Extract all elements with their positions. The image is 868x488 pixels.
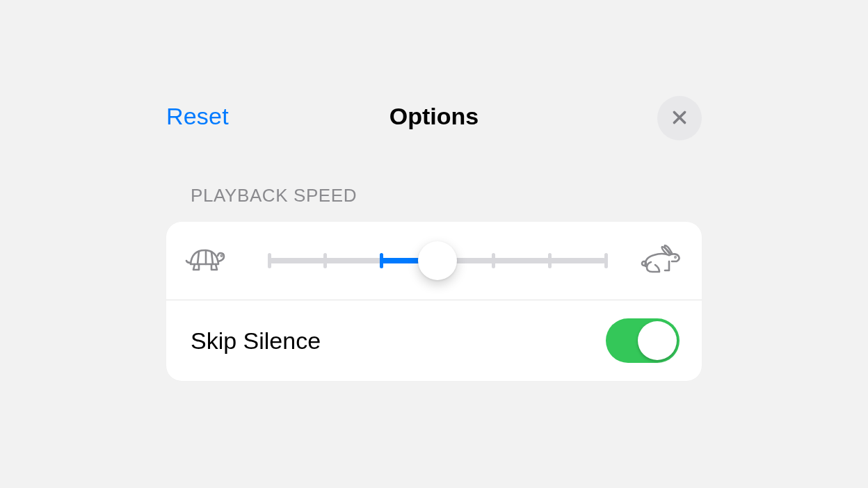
svg-point-7 <box>642 261 646 266</box>
options-title: Options <box>166 103 702 130</box>
svg-point-5 <box>221 255 222 256</box>
slider-tick <box>323 253 327 268</box>
playback-speed-label: PLAYBACK SPEED <box>191 185 702 206</box>
options-card: Skip Silence <box>166 222 702 381</box>
close-icon <box>670 108 689 129</box>
slider-tick <box>380 253 383 268</box>
playback-speed-row <box>166 222 702 300</box>
options-header: Reset Options <box>166 90 702 146</box>
skip-silence-label: Skip Silence <box>191 327 321 355</box>
svg-line-2 <box>198 252 199 264</box>
options-sheet: Reset Options PLAYBACK SPEED <box>166 90 702 381</box>
slider-tick <box>268 253 271 268</box>
close-button[interactable] <box>657 96 702 140</box>
slider-tick <box>492 253 495 268</box>
playback-speed-slider[interactable] <box>269 241 606 280</box>
slider-knob[interactable] <box>418 241 457 280</box>
toggle-knob <box>638 321 677 360</box>
slider-tick <box>548 253 552 268</box>
tortoise-icon <box>184 243 227 278</box>
slider-tick <box>604 253 608 268</box>
hare-icon <box>638 243 684 279</box>
skip-silence-row: Skip Silence <box>166 300 702 381</box>
svg-point-6 <box>675 257 675 257</box>
skip-silence-toggle[interactable] <box>606 318 680 363</box>
